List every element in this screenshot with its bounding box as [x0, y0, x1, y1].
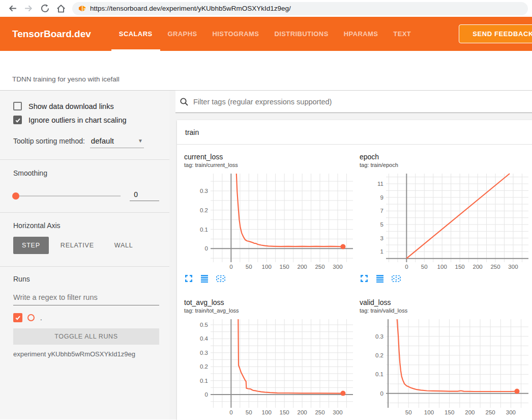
home-icon[interactable]: [55, 3, 67, 15]
tab-graphs[interactable]: GRAPHS: [160, 17, 205, 51]
tooltip-sorting-row: Tooltip sorting method: default ▼: [13, 136, 159, 148]
svg-text:5: 5: [380, 221, 383, 228]
svg-text:0.2: 0.2: [200, 207, 208, 213]
back-icon[interactable]: [6, 3, 18, 15]
axis-option-relative[interactable]: RELATIVE: [52, 237, 103, 254]
svg-text:1: 1: [380, 248, 383, 255]
send-feedback-button[interactable]: SEND FEEDBACK: [459, 24, 532, 43]
run-color-swatch-icon[interactable]: [27, 314, 35, 321]
fullscreen-icon[interactable]: [184, 274, 193, 283]
chart-card-epoch: epochtag: train/epoch0501001502002503001…: [352, 145, 528, 290]
svg-text:150: 150: [455, 264, 465, 270]
svg-text:100: 100: [262, 264, 272, 270]
svg-text:100: 100: [437, 264, 447, 270]
svg-text:50: 50: [246, 409, 252, 415]
chart-title: current_loss: [184, 153, 352, 161]
svg-text:0: 0: [205, 245, 208, 251]
ignore-outliers-checkbox[interactable]: [13, 116, 22, 124]
svg-text:250: 250: [315, 409, 324, 415]
tag-filter-input[interactable]: [193, 98, 532, 106]
smoothing-slider[interactable]: [13, 195, 121, 197]
show-download-links-checkbox[interactable]: [13, 102, 22, 110]
charts-grid: current_losstag: train/current_loss05010…: [177, 145, 532, 420]
smoothing-label: Smoothing: [13, 169, 159, 177]
experiment-bar: TDNN training for yesno with icefall: [0, 51, 532, 91]
tooltip-sorting-label: Tooltip sorting method:: [13, 137, 85, 145]
svg-text:11: 11: [377, 181, 383, 187]
svg-text:3: 3: [380, 235, 383, 241]
svg-text:9: 9: [380, 194, 383, 201]
smoothing-value[interactable]: 0: [130, 190, 159, 201]
tooltip-sorting-value: default: [91, 136, 114, 145]
tensorboard-favicon: [78, 5, 86, 12]
reload-icon[interactable]: [39, 3, 51, 15]
url-text: https://tensorboard.dev/experiment/yKUbh…: [90, 5, 291, 12]
svg-text:200: 200: [297, 264, 307, 270]
nav-tabs: SCALARSGRAPHSHISTOGRAMSDISTRIBUTIONSHPAR…: [111, 17, 419, 51]
run-name: .: [40, 314, 42, 322]
chart-plot[interactable]: 05010015020025030000.10.20.3: [184, 171, 357, 273]
chart-tag: tag: train/valid_loss: [360, 307, 528, 314]
runs-filter-input[interactable]: [13, 289, 159, 305]
svg-text:0: 0: [229, 409, 232, 415]
log-scale-icon[interactable]: [200, 274, 209, 283]
brand-title: TensorBoard.dev: [12, 29, 91, 40]
svg-text:100: 100: [262, 409, 272, 415]
svg-text:0.2: 0.2: [200, 363, 208, 370]
svg-text:250: 250: [315, 264, 324, 270]
tab-scalars[interactable]: SCALARS: [111, 17, 160, 51]
axis-option-wall[interactable]: WALL: [106, 237, 142, 254]
chart-plot[interactable]: 05010015020025030000.10.20.30.40.5: [184, 317, 357, 418]
svg-text:200: 200: [297, 409, 307, 415]
tooltip-sorting-select[interactable]: default ▼: [90, 136, 144, 148]
svg-text:0: 0: [229, 264, 232, 270]
chart-title: valid_loss: [360, 298, 528, 306]
horizontal-axis-options: STEPRELATIVEWALL: [13, 237, 159, 254]
slider-thumb[interactable]: [12, 192, 19, 200]
svg-text:0: 0: [405, 264, 408, 270]
log-scale-icon[interactable]: [375, 274, 385, 283]
chart-tag: tag: train/epoch: [360, 162, 528, 168]
search-icon: [180, 97, 189, 106]
toggle-all-runs-button[interactable]: TOGGLE ALL RUNS: [13, 328, 159, 345]
svg-text:250: 250: [490, 264, 500, 270]
show-download-links-row[interactable]: Show data download links: [13, 102, 159, 110]
tab-hparams[interactable]: HPARAMS: [336, 17, 386, 51]
svg-text:0: 0: [205, 391, 208, 398]
svg-text:250: 250: [486, 409, 495, 415]
svg-text:50: 50: [246, 264, 252, 270]
run-checkbox[interactable]: [13, 313, 22, 322]
tab-histograms[interactable]: HISTOGRAMS: [205, 17, 267, 51]
tag-filter-row: [175, 91, 532, 113]
fit-domain-icon[interactable]: [391, 274, 401, 283]
ignore-outliers-row[interactable]: Ignore outliers in chart scaling: [13, 116, 159, 124]
fullscreen-icon[interactable]: [360, 274, 369, 283]
svg-text:0.4: 0.4: [200, 335, 209, 342]
fit-domain-icon[interactable]: [216, 274, 226, 283]
svg-text:150: 150: [280, 409, 289, 415]
chart-card-current_loss: current_losstag: train/current_loss05010…: [177, 145, 352, 290]
svg-text:300: 300: [333, 409, 342, 415]
runs-label: Runs: [13, 275, 159, 283]
experiment-note: experiment yKUbhb5wRmOSXYkId1z9eg: [13, 350, 159, 358]
svg-text:0.1: 0.1: [375, 371, 383, 377]
svg-text:0.1: 0.1: [200, 227, 208, 233]
svg-text:150: 150: [445, 409, 454, 415]
train-section-card: train current_losstag: train/current_los…: [177, 120, 532, 420]
forward-icon[interactable]: [22, 3, 35, 15]
section-title: train: [185, 128, 199, 136]
svg-text:0.3: 0.3: [200, 350, 208, 356]
tab-distributions[interactable]: DISTRIBUTIONS: [267, 17, 336, 51]
svg-text:200: 200: [472, 264, 482, 270]
axis-option-step[interactable]: STEP: [13, 237, 49, 254]
chart-card-valid_loss: valid_losstag: train/valid_loss501001502…: [352, 290, 528, 420]
train-section-header[interactable]: train: [177, 120, 532, 145]
svg-text:0.3: 0.3: [375, 333, 383, 340]
svg-text:7: 7: [380, 208, 383, 214]
main-area: train current_losstag: train/current_los…: [169, 91, 532, 419]
chart-plot[interactable]: 0501001502002503001357911: [360, 171, 532, 273]
url-bar[interactable]: https://tensorboard.dev/experiment/yKUbh…: [72, 2, 528, 15]
svg-text:100: 100: [424, 409, 434, 415]
tab-text[interactable]: TEXT: [386, 17, 419, 51]
chart-plot[interactable]: 5010015020025030000.10.20.3: [360, 317, 532, 418]
